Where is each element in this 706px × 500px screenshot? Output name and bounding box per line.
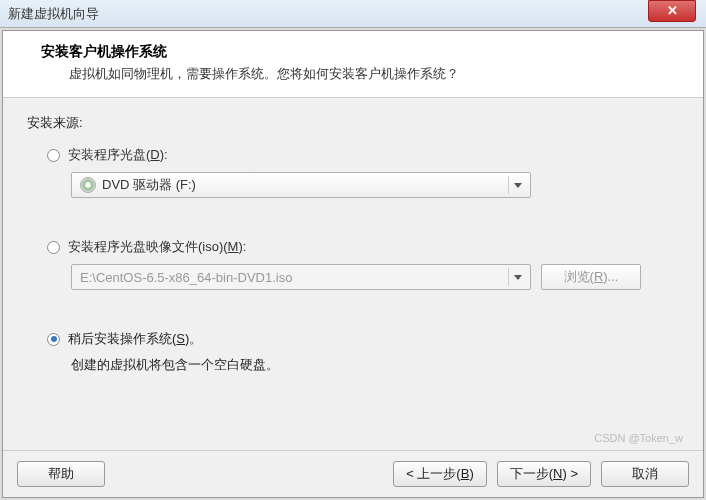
source-label: 安装来源: <box>27 114 679 132</box>
option-install-iso[interactable]: 安装程序光盘映像文件(iso)(M): <box>47 238 679 256</box>
browse-button[interactable]: 浏览(R)... <box>541 264 641 290</box>
dialog-footer: 帮助 < 上一步(B) 下一步(N) > 取消 <box>3 450 703 497</box>
chevron-down-icon <box>508 176 526 194</box>
window-title: 新建虚拟机向导 <box>8 5 99 23</box>
watermark: CSDN @Token_w <box>594 432 683 444</box>
radio-later[interactable] <box>47 333 60 346</box>
disc-icon <box>80 177 96 193</box>
iso-dropdown-row: E:\CentOS-6.5-x86_64-bin-DVD1.iso 浏览(R).… <box>71 264 679 290</box>
option-later-label: 稍后安装操作系统(S)。 <box>68 330 202 348</box>
iso-value: E:\CentOS-6.5-x86_64-bin-DVD1.iso <box>80 270 292 285</box>
radio-iso[interactable] <box>47 241 60 254</box>
option-install-later[interactable]: 稍后安装操作系统(S)。 <box>47 330 679 348</box>
disc-select[interactable]: DVD 驱动器 (F:) <box>71 172 531 198</box>
disc-dropdown-row: DVD 驱动器 (F:) <box>71 172 679 198</box>
chevron-down-icon <box>508 268 526 286</box>
option-disc-label: 安装程序光盘(D): <box>68 146 168 164</box>
header-desc: 虚拟机如同物理机，需要操作系统。您将如何安装客户机操作系统？ <box>41 65 679 83</box>
later-note: 创建的虚拟机将包含一个空白硬盘。 <box>71 356 679 374</box>
header-title: 安装客户机操作系统 <box>41 43 679 61</box>
dialog-content: 安装来源: 安装程序光盘(D): DVD 驱动器 (F:) 安装程序光盘映像文件… <box>3 98 703 450</box>
next-button[interactable]: 下一步(N) > <box>497 461 591 487</box>
help-button[interactable]: 帮助 <box>17 461 105 487</box>
option-install-disc[interactable]: 安装程序光盘(D): <box>47 146 679 164</box>
close-button[interactable]: ✕ <box>648 0 696 22</box>
cancel-button[interactable]: 取消 <box>601 461 689 487</box>
iso-select[interactable]: E:\CentOS-6.5-x86_64-bin-DVD1.iso <box>71 264 531 290</box>
radio-disc[interactable] <box>47 149 60 162</box>
footer-right: < 上一步(B) 下一步(N) > 取消 <box>393 461 689 487</box>
dialog: 安装客户机操作系统 虚拟机如同物理机，需要操作系统。您将如何安装客户机操作系统？… <box>2 30 704 498</box>
dialog-header: 安装客户机操作系统 虚拟机如同物理机，需要操作系统。您将如何安装客户机操作系统？ <box>3 31 703 98</box>
title-bar: 新建虚拟机向导 ✕ <box>0 0 706 28</box>
option-iso-label: 安装程序光盘映像文件(iso)(M): <box>68 238 246 256</box>
back-button[interactable]: < 上一步(B) <box>393 461 487 487</box>
disc-value: DVD 驱动器 (F:) <box>102 176 196 194</box>
